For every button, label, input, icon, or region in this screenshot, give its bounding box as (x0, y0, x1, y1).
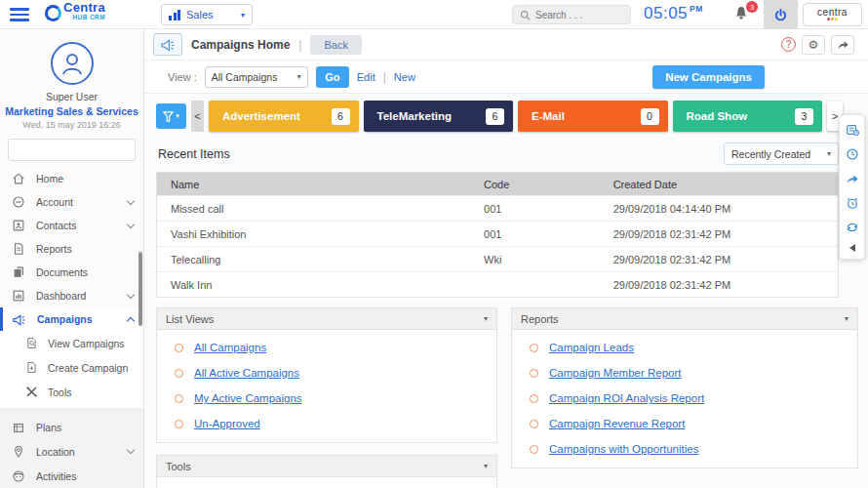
table-row[interactable]: Vashi Exhibition 001 29/09/2018 02:31:42… (157, 221, 838, 246)
column-header-code[interactable]: Code (484, 179, 613, 190)
radio-bullet-icon (530, 420, 538, 428)
sidebar-item-view-campaigns[interactable]: View Campaigns (0, 331, 143, 355)
list-item[interactable]: Campaign Revenue Report (512, 411, 857, 436)
centra-corner-badge[interactable]: centra (803, 3, 862, 26)
back-button[interactable]: Back (310, 35, 361, 55)
search-icon (520, 10, 531, 20)
create-campaign-icon (25, 361, 38, 374)
tab-count-badge: 0 (641, 108, 659, 125)
recent-sort-value: Recently Created (731, 148, 827, 160)
sidebar-item-documents[interactable]: Documents (0, 261, 143, 284)
notifications-button[interactable]: 3 (733, 5, 753, 24)
chevron-down-icon (127, 196, 135, 204)
view-label: View : (168, 71, 197, 83)
link-divider: | (383, 70, 386, 84)
contacts-icon (12, 219, 25, 232)
sidebar-item-plans[interactable]: Plans (0, 415, 143, 439)
reports-panel-header[interactable]: Reports ▾ (512, 308, 857, 330)
go-button[interactable]: Go (316, 66, 349, 88)
tabs-scroll-left-button[interactable]: < (191, 101, 204, 132)
help-icon[interactable]: ? (781, 37, 796, 52)
list-item[interactable]: Campaigns with Opportunities (512, 436, 857, 462)
reminders-button[interactable] (845, 195, 859, 210)
new-campaigns-button[interactable]: New Campaigns (652, 65, 765, 89)
funnel-icon (163, 111, 174, 122)
top-bar: Centra HUB CRM Sales ▾ 05:05PM 3 (0, 0, 868, 29)
sidebar-item-contacts[interactable]: Contacts (0, 214, 143, 237)
bar-chart-icon (169, 9, 180, 20)
sidebar-item-dashboard[interactable]: Dashboard (0, 284, 143, 307)
list-item[interactable]: Un-Approved (157, 411, 496, 436)
gear-icon: ⚙ (809, 38, 819, 52)
tab-email[interactable]: E-Mail 0 (518, 101, 668, 132)
collapse-icon[interactable]: ▾ (845, 314, 848, 323)
share-quick-button[interactable] (845, 171, 859, 185)
campaign-type-tabs: ▾ < Advertisement 6 TeleMarketing 6 E-Ma… (144, 94, 868, 135)
sidebar-item-home[interactable]: Home (0, 167, 143, 190)
list-item[interactable]: Campaign Leads (512, 335, 857, 360)
corner-badge-text: centra (817, 9, 848, 17)
list-views-panel-header[interactable]: List Views ▾ (157, 308, 496, 330)
tools-panel-header[interactable]: Tools ▾ (157, 456, 496, 477)
module-selector[interactable]: Sales ▾ (161, 4, 253, 25)
global-search[interactable] (512, 5, 631, 24)
new-link[interactable]: New (394, 71, 415, 83)
list-item[interactable]: All Campaigns (157, 335, 496, 360)
radio-bullet-icon (530, 394, 538, 403)
history-button[interactable] (845, 146, 859, 161)
sidebar-item-campaigns[interactable]: Campaigns (0, 307, 143, 331)
settings-button[interactable]: ⚙ (802, 35, 825, 55)
chevron-down-icon (127, 220, 135, 227)
view-select[interactable]: All Campaigns ▾ (205, 66, 308, 88)
logo-c-icon (45, 5, 61, 21)
list-item[interactable]: My Active Campaigns (157, 386, 496, 411)
collapse-toolbar-button[interactable] (849, 244, 855, 252)
list-item[interactable]: All Active Campaigns (157, 360, 496, 386)
collapse-icon[interactable]: ▾ (484, 462, 488, 470)
sidebar-item-location[interactable]: Location (0, 439, 143, 464)
sync-button[interactable] (845, 220, 859, 234)
table-row[interactable]: Missed call 001 29/09/2018 04:14:40 PM (157, 195, 838, 221)
table-row[interactable]: Walk Inn 29/09/2018 02:31:42 PM (157, 271, 838, 297)
sync-loop-icon (846, 222, 859, 233)
global-search-input[interactable] (535, 10, 618, 20)
hamburger-menu-icon[interactable] (10, 8, 29, 21)
sidebar-item-activities[interactable]: Activities (0, 464, 143, 488)
tab-advertisement[interactable]: Advertisement 6 (209, 101, 359, 132)
list-item[interactable]: Campaign Member Report (512, 360, 857, 386)
column-header-created-date[interactable]: Created Date (613, 179, 838, 190)
tab-road-show[interactable]: Road Show 3 (673, 101, 823, 132)
sidebar-scrollbar[interactable] (138, 252, 142, 326)
notes-button[interactable] (845, 122, 859, 137)
filter-button[interactable]: ▾ (156, 103, 186, 129)
tab-count-badge: 6 (486, 108, 504, 125)
logout-button[interactable] (764, 0, 798, 29)
share-arrow-icon (837, 39, 849, 50)
home-icon (12, 172, 25, 185)
sidebar-item-reports[interactable]: Reports (0, 237, 143, 261)
sidebar-item-tools[interactable]: Tools (0, 380, 143, 404)
power-icon (773, 8, 788, 22)
reports-panel: Reports ▾ Campaign Leads Campaign Member… (511, 307, 858, 468)
collapse-icon[interactable]: ▾ (484, 314, 488, 323)
recent-sort-select[interactable]: Recently Created ▾ (724, 142, 839, 165)
tab-telemarketing[interactable]: TeleMarketing 6 (364, 101, 514, 132)
list-item[interactable]: Campaign ROI Analysis Report (512, 386, 857, 411)
view-campaigns-icon (25, 337, 38, 349)
title-divider: | (298, 38, 301, 52)
table-row[interactable]: Telecalling Wki 29/09/2018 02:31:42 PM (157, 246, 838, 271)
chevron-down-icon: ▾ (827, 149, 831, 158)
sidebar-item-account[interactable]: Account (0, 190, 143, 214)
user-org[interactable]: Marketing Sales & Services (0, 105, 143, 117)
sidebar-search-input[interactable] (15, 144, 143, 155)
megaphone-icon (12, 312, 26, 327)
column-header-name[interactable]: Name (157, 179, 484, 190)
list-item[interactable]: Import (157, 482, 496, 488)
sidebar-item-create-campaign[interactable]: Create Campaign (0, 355, 143, 380)
share-button[interactable] (831, 35, 854, 55)
megaphone-icon (160, 37, 176, 53)
edit-link[interactable]: Edit (357, 71, 375, 83)
tab-count-badge: 3 (795, 108, 813, 125)
sidebar-search[interactable] (8, 139, 136, 161)
recent-items-table: Name Code Created Date Missed call 001 2… (156, 172, 839, 298)
